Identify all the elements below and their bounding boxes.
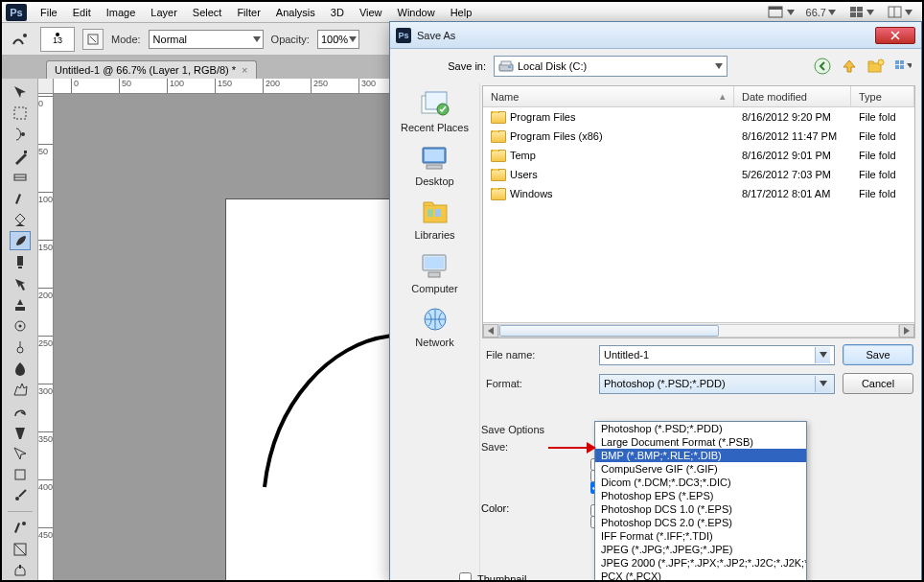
tool-12[interactable]: [10, 338, 31, 357]
format-option[interactable]: CompuServe GIF (*.GIF): [595, 462, 806, 476]
place-recent-places[interactable]: Recent Places: [401, 89, 469, 133]
tool-3[interactable]: [10, 147, 31, 166]
menu-window[interactable]: Window: [390, 4, 443, 21]
format-dropdown-list[interactable]: Photoshop (*.PSD;*.PDD)Large Document Fo…: [594, 421, 807, 582]
screenmode-menu[interactable]: [766, 6, 795, 19]
format-option[interactable]: Dicom (*.DCM;*.DC3;*.DIC): [595, 476, 806, 489]
current-tool-icon[interactable]: [8, 27, 33, 52]
scroll-thumb[interactable]: [499, 325, 719, 337]
dialog-titlebar[interactable]: Ps Save As: [390, 22, 921, 49]
view-menu-icon[interactable]: [894, 58, 912, 75]
tool-2[interactable]: [10, 125, 31, 144]
format-option[interactable]: Photoshop DCS 2.0 (*.EPS): [595, 516, 806, 529]
opacity-input[interactable]: 100%: [317, 30, 359, 49]
brush-panel-toggle[interactable]: [82, 29, 104, 50]
tool-11[interactable]: [10, 316, 31, 336]
place-desktop[interactable]: Desktop: [415, 143, 453, 187]
tool-1[interactable]: [10, 104, 31, 123]
tool-4[interactable]: [10, 168, 31, 187]
menu-view[interactable]: View: [352, 4, 390, 21]
tool-8[interactable]: [10, 252, 31, 271]
format-option[interactable]: BMP (*.BMP;*.RLE;*.DIB): [595, 449, 806, 462]
format-option[interactable]: Photoshop (*.PSD;*.PDD): [595, 422, 806, 435]
format-option[interactable]: JPEG 2000 (*.JPF;*.JPX;*.JP2;*.J2C;*.J2K…: [595, 556, 806, 570]
column-date[interactable]: Date modified: [734, 86, 851, 106]
format-option[interactable]: JPEG (*.JPG;*.JPEG;*.JPE): [595, 543, 806, 556]
save-button[interactable]: Save: [843, 344, 913, 365]
file-row[interactable]: Temp8/16/2012 9:01 PMFile fold: [483, 146, 914, 165]
scroll-right-button[interactable]: [899, 324, 914, 338]
place-computer[interactable]: Computer: [411, 250, 457, 294]
format-option[interactable]: Large Document Format (*.PSB): [595, 435, 806, 449]
filename-input[interactable]: Untitled-1: [599, 345, 835, 365]
scroll-left-button[interactable]: [483, 324, 498, 338]
new-folder-icon[interactable]: [867, 58, 885, 75]
menu-layer[interactable]: Layer: [143, 4, 185, 21]
menu-file[interactable]: File: [33, 4, 65, 21]
place-libraries[interactable]: Libraries: [414, 197, 454, 241]
file-row[interactable]: Users5/26/2012 7:03 PMFile fold: [483, 165, 914, 184]
tool-16[interactable]: [10, 423, 31, 442]
blend-mode-select[interactable]: Normal: [149, 30, 264, 49]
row-type: File fold: [851, 130, 914, 142]
place-network[interactable]: Network: [415, 304, 453, 348]
file-row[interactable]: Program Files (x86)8/16/2012 11:47 PMFil…: [483, 127, 914, 146]
tool-10[interactable]: [10, 295, 31, 314]
annotation-arrow: [548, 441, 596, 454]
ruler-origin[interactable]: [38, 79, 54, 94]
format-option[interactable]: PCX (*.PCX): [595, 570, 806, 582]
tool-6[interactable]: [10, 210, 31, 229]
vertical-ruler[interactable]: 050100150200250300350400450: [38, 94, 54, 580]
row-date: 8/16/2012 9:20 PM: [734, 111, 851, 123]
back-icon[interactable]: [814, 58, 831, 75]
tool-14[interactable]: [10, 380, 31, 399]
dialog-close-button[interactable]: [875, 27, 915, 44]
sort-icon: ▴: [720, 90, 726, 103]
close-icon[interactable]: ×: [242, 64, 247, 76]
row-date: 8/17/2012 8:01 AM: [734, 188, 851, 199]
tool-18[interactable]: [10, 465, 31, 484]
tool-17[interactable]: [10, 444, 31, 463]
format-option[interactable]: Photoshop EPS (*.EPS): [595, 489, 806, 502]
tool-13[interactable]: [10, 359, 31, 378]
scroll-track[interactable]: [498, 324, 899, 338]
format-option[interactable]: Photoshop DCS 1.0 (*.EPS): [595, 502, 806, 516]
zoom-display[interactable]: 66.7: [806, 7, 836, 18]
tool-19[interactable]: [10, 486, 31, 505]
document-tab[interactable]: Untitled-1 @ 66.7% (Layer 1, RGB/8) * ×: [46, 60, 257, 79]
brush-preview[interactable]: 13: [40, 27, 75, 52]
up-icon[interactable]: [841, 58, 858, 75]
menu-select[interactable]: Select: [185, 4, 230, 21]
menu-filter[interactable]: Filter: [229, 4, 267, 21]
file-list-scrollbar[interactable]: [483, 322, 914, 338]
menu-3d[interactable]: 3D: [323, 4, 352, 21]
tool-extra-1[interactable]: [10, 540, 31, 559]
tool-0[interactable]: [10, 82, 31, 102]
arrange-menu-2[interactable]: [886, 6, 912, 19]
file-row[interactable]: Program Files8/16/2012 9:20 PMFile fold: [483, 107, 914, 127]
column-name[interactable]: Name▴: [483, 86, 734, 106]
chevron-down-icon[interactable]: [815, 376, 830, 392]
tool-extra-0[interactable]: [10, 518, 31, 537]
format-select[interactable]: Photoshop (*.PSD;*.PDD): [599, 374, 835, 394]
arrange-menu-1[interactable]: [847, 6, 874, 19]
menu-analysis[interactable]: Analysis: [268, 4, 323, 21]
menu-image[interactable]: Image: [99, 4, 144, 21]
menu-edit[interactable]: Edit: [65, 4, 99, 21]
cancel-button[interactable]: Cancel: [843, 373, 913, 394]
file-row[interactable]: Windows8/17/2012 8:01 AMFile fold: [483, 184, 914, 203]
thumbnail-checkbox[interactable]: [459, 572, 472, 582]
tool-5[interactable]: [10, 189, 31, 208]
tool-9[interactable]: [10, 274, 31, 293]
svg-rect-2: [850, 7, 856, 12]
format-option[interactable]: IFF Format (*.IFF;*.TDI): [595, 529, 806, 543]
row-type: File fold: [851, 188, 914, 199]
tool-7[interactable]: [10, 231, 31, 250]
svg-rect-41: [427, 165, 442, 169]
chevron-down-icon[interactable]: [815, 347, 830, 363]
tool-extra-2[interactable]: [10, 561, 31, 580]
savein-combo[interactable]: Local Disk (C:): [494, 56, 728, 77]
tool-15[interactable]: [10, 402, 31, 421]
menu-help[interactable]: Help: [443, 4, 480, 21]
column-type[interactable]: Type: [851, 86, 914, 106]
